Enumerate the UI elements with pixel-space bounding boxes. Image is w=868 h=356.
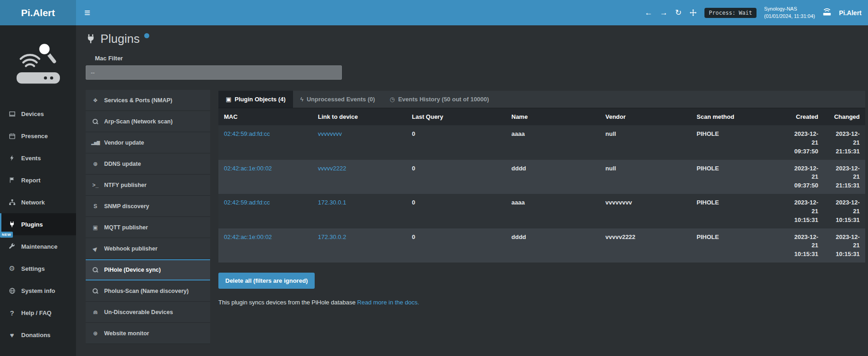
topbar-brand-text: Pi.Alert bbox=[839, 9, 862, 17]
sidebar-item-label: Presence bbox=[21, 133, 48, 140]
tab-events-history[interactable]: ◷ Events History (50 out of 10000) bbox=[382, 91, 497, 108]
magnifier-icon bbox=[91, 288, 100, 294]
new-badge: NEW bbox=[0, 232, 13, 238]
plug-icon bbox=[86, 34, 96, 46]
plugin-nav-item-ntfy-publisher[interactable]: >_ NTFY publisher bbox=[86, 175, 210, 196]
mac-link[interactable]: 02:42:59:ad:fd:cc bbox=[224, 130, 270, 137]
sidebar-item-network[interactable]: Network bbox=[0, 191, 76, 213]
plugin-nav-item-vendor-update[interactable]: ▂▅▇ Vendor update bbox=[86, 132, 210, 153]
mac-filter-input[interactable] bbox=[86, 65, 342, 80]
router-icon bbox=[822, 7, 832, 18]
name-cell: aaaa bbox=[506, 125, 600, 160]
device-link[interactable]: 172.30.0.2 bbox=[318, 233, 346, 240]
page-header: Plugins bbox=[86, 33, 865, 46]
monitor-icon bbox=[7, 111, 17, 117]
question-icon: ? bbox=[7, 309, 17, 317]
refresh-icon[interactable]: ↻ bbox=[675, 9, 681, 17]
flag-icon bbox=[7, 177, 17, 183]
plugin-nav-item-ddns-update[interactable]: ⊕ DDNS update bbox=[86, 153, 210, 175]
brand-logo[interactable]: Pi.Alert bbox=[0, 0, 76, 25]
mac-filter-label: Mac Filter bbox=[95, 55, 865, 62]
sidebar-item-system-info[interactable]: System info bbox=[0, 280, 76, 302]
plugin-panel: ▣ Plugin Objects (4) ϟ Unprocessed Event… bbox=[218, 91, 865, 344]
heart-icon: ♥ bbox=[7, 331, 17, 339]
plugin-nav-item-pihole[interactable]: PiHole (Device sync) bbox=[86, 259, 210, 280]
delete-all-button[interactable]: Delete all (filters are ignored) bbox=[218, 273, 315, 289]
cube-icon: ▣ bbox=[226, 96, 231, 103]
plugin-nav-label: DDNS update bbox=[104, 161, 141, 167]
col-created: Created bbox=[782, 108, 824, 125]
plugin-nav-label: SNMP discovery bbox=[104, 203, 149, 210]
mac-link[interactable]: 02:42:ac:1e:00:02 bbox=[224, 165, 272, 172]
tab-unprocessed-events[interactable]: ϟ Unprocessed Events (0) bbox=[293, 91, 382, 108]
sidebar-item-help-faq[interactable]: ? Help / FAQ bbox=[0, 302, 76, 324]
plugin-nav-label: PiHole (Device sync) bbox=[104, 267, 161, 273]
col-changed: Changed bbox=[824, 108, 865, 125]
magnifier-icon bbox=[91, 119, 100, 124]
sidebar-item-label: Maintenance bbox=[21, 243, 58, 250]
table-header-row: MAC Link to device Last Query Name Vendo… bbox=[218, 108, 865, 125]
sidebar-item-presence[interactable]: Presence bbox=[0, 125, 76, 147]
sidebar-item-label: Donations bbox=[21, 332, 51, 338]
mac-link[interactable]: 02:42:ac:1e:00:02 bbox=[224, 233, 272, 240]
plugin-nav-item-mqtt-publisher[interactable]: ▣ MQTT publisher bbox=[86, 217, 210, 238]
col-last-query: Last Query bbox=[406, 108, 506, 125]
pialert-logo bbox=[0, 25, 76, 103]
plugin-nav-label: Un-Discoverable Devices bbox=[104, 309, 173, 315]
sidebar-item-label: Events bbox=[21, 155, 41, 162]
plugin-nav-item-undiscoverable-devices[interactable]: ⋒ Un-Discoverable Devices bbox=[86, 302, 210, 323]
back-arrow-icon[interactable]: ← bbox=[645, 9, 652, 17]
col-link-to-device: Link to device bbox=[312, 108, 406, 125]
plugin-objects-table: MAC Link to device Last Query Name Vendo… bbox=[218, 108, 865, 263]
vendor-cell: null bbox=[600, 160, 691, 194]
sidebar-nav: Devices Presence Events bbox=[0, 103, 76, 346]
created-cell: 2023-12-2110:15:31 bbox=[782, 194, 824, 228]
topbar-main: ≡ ← → ↻ Process: Wait Synology-NAS (01/0… bbox=[76, 0, 868, 25]
paper-plane-icon: ▶ bbox=[91, 245, 100, 252]
terminal-icon: >_ bbox=[91, 182, 100, 188]
plugin-nav-item-services-ports[interactable]: ❖ Services & Ports (NMAP) bbox=[86, 90, 210, 111]
hamburger-menu-icon[interactable]: ≡ bbox=[84, 8, 90, 18]
sidebar-item-report[interactable]: Report bbox=[0, 169, 76, 191]
sidebar-item-events[interactable]: Events bbox=[0, 147, 76, 169]
sidebar-item-maintenance[interactable]: NEW Maintenance bbox=[0, 235, 76, 257]
snmp-icon: S bbox=[91, 203, 100, 210]
tab-label: Unprocessed Events (0) bbox=[307, 96, 375, 103]
changed-cell: 2023-12-2110:15:31 bbox=[824, 228, 865, 263]
sidebar-item-label: Settings bbox=[21, 265, 45, 272]
sidebar-item-label: Plugins bbox=[21, 221, 43, 228]
vendor-cell: vvvvv2222 bbox=[600, 228, 691, 263]
plugin-nav-item-arp-scan[interactable]: Arp-Scan (Network scan) bbox=[86, 111, 210, 132]
plugin-nav-item-webhook-publisher[interactable]: ▶ Webhook publisher bbox=[86, 238, 210, 259]
changed-cell: 2023-12-2121:15:31 bbox=[824, 125, 865, 160]
sidebar: Devices Presence Events bbox=[0, 25, 76, 356]
plugin-nav-item-pholus-scan[interactable]: Pholus-Scan (Name discovery) bbox=[86, 280, 210, 302]
scan-method-cell: PIHOLE bbox=[691, 194, 782, 228]
device-link[interactable]: vvvvvvvv bbox=[318, 130, 342, 137]
docs-link[interactable]: Read more in the docs. bbox=[357, 299, 419, 306]
plugins-info-badge[interactable] bbox=[144, 33, 149, 38]
plugin-nav-label: Pholus-Scan (Name discovery) bbox=[104, 288, 188, 294]
tab-plugin-objects[interactable]: ▣ Plugin Objects (4) bbox=[218, 91, 293, 108]
name-cell: dddd bbox=[506, 160, 600, 194]
mac-link[interactable]: 02:42:59:ad:fd:cc bbox=[224, 199, 270, 206]
move-icon[interactable] bbox=[689, 9, 697, 17]
page-title: Plugins bbox=[100, 33, 140, 45]
scan-method-cell: PIHOLE bbox=[691, 160, 782, 194]
col-scan-method: Scan method bbox=[691, 108, 782, 125]
table-row: 02:42:ac:1e:00:02 vvvvv2222 0 dddd null … bbox=[218, 160, 865, 194]
last-query-cell: 0 bbox=[406, 160, 506, 194]
sidebar-item-settings[interactable]: ⚙ Settings bbox=[0, 257, 76, 280]
col-name: Name bbox=[506, 108, 600, 125]
sidebar-item-donations[interactable]: ♥ Donations bbox=[0, 324, 76, 346]
device-link[interactable]: 172.30.0.1 bbox=[318, 199, 346, 206]
plugin-nav-item-website-monitor[interactable]: ⊕ Website monitor bbox=[86, 323, 210, 344]
device-link[interactable]: vvvvv2222 bbox=[318, 165, 346, 172]
scan-method-cell: PIHOLE bbox=[691, 125, 782, 160]
plugin-nav-item-snmp-discovery[interactable]: S SNMP discovery bbox=[86, 196, 210, 217]
sidebar-item-label: Help / FAQ bbox=[21, 309, 52, 316]
forward-arrow-icon[interactable]: → bbox=[660, 9, 668, 17]
sidebar-item-devices[interactable]: Devices bbox=[0, 103, 76, 125]
plugin-nav-label: Vendor update bbox=[104, 140, 144, 146]
vendor-cell: null bbox=[600, 125, 691, 160]
